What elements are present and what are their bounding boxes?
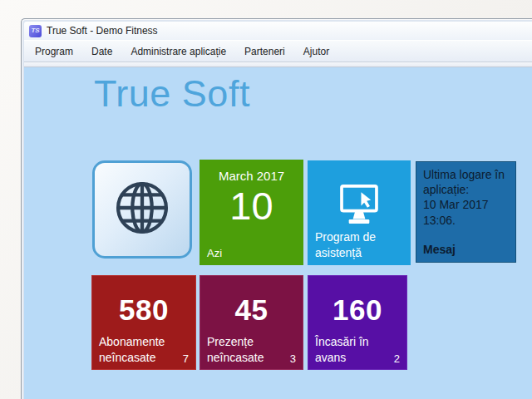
remote-assistance-monitor-icon <box>333 182 385 234</box>
app-logo-icon: TS <box>29 25 42 37</box>
unpaid-subscriptions-label: Abonamente neîncasate <box>99 334 186 365</box>
unpaid-attendance-label: Prezențe neîncasate <box>207 334 294 365</box>
menu-administrare-aplicatie[interactable]: Administrare aplicație <box>121 41 235 62</box>
app-window: TS True Soft - Demo Fitness Program Date… <box>21 18 532 399</box>
title-bar[interactable]: TS True Soft - Demo Fitness <box>24 22 532 40</box>
calendar-month: March 2017 <box>200 169 303 183</box>
globe-tile[interactable] <box>92 160 192 259</box>
advance-payments-count: 2 <box>394 352 400 365</box>
advance-payments-value: 160 <box>308 293 407 327</box>
unpaid-attendance-count: 3 <box>290 352 296 365</box>
last-login-tile[interactable]: Ultima logare în aplicație: 10 Mar 2017 … <box>416 161 516 263</box>
last-login-text: Ultima logare în aplicație: <box>423 167 509 197</box>
menu-bar: Program Date Administrare aplicație Part… <box>24 40 532 62</box>
assistance-tile[interactable]: Program de asistență <box>308 160 411 265</box>
unpaid-attendance-value: 45 <box>200 293 303 327</box>
menu-program[interactable]: Program <box>26 41 82 62</box>
globe-icon <box>110 175 175 244</box>
advance-payments-tile[interactable]: 160 Încasări în avans 2 <box>308 275 407 370</box>
menu-date[interactable]: Date <box>82 41 121 62</box>
unpaid-subscriptions-count: 7 <box>183 352 189 365</box>
calendar-tile[interactable]: March 2017 10 Azi <box>200 160 303 265</box>
page-title: True Soft <box>94 67 250 121</box>
advance-payments-label: Încasări în avans <box>315 334 383 365</box>
last-login-date: 10 Mar 2017 <box>423 197 509 212</box>
menu-ajutor[interactable]: Ajutor <box>294 41 338 62</box>
last-login-time: 13:06. <box>423 213 509 228</box>
calendar-day: 10 <box>200 183 303 229</box>
menu-parteneri[interactable]: Parteneri <box>235 41 294 62</box>
unpaid-subscriptions-tile[interactable]: 580 Abonamente neîncasate 7 <box>91 275 196 370</box>
dashboard: True Soft March 2017 10 Azi <box>24 67 532 399</box>
assistance-label: Program de asistență <box>315 229 402 260</box>
window-title: True Soft - Demo Fitness <box>47 25 158 37</box>
message-link[interactable]: Mesaj <box>423 243 456 256</box>
calendar-label: Azi <box>207 246 222 260</box>
unpaid-subscriptions-value: 580 <box>91 293 196 327</box>
unpaid-attendance-tile[interactable]: 45 Prezențe neîncasate 3 <box>200 275 303 370</box>
